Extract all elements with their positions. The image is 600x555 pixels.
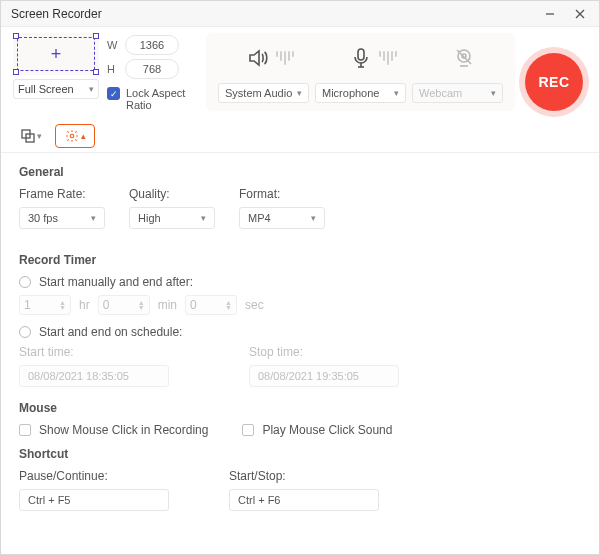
record-button[interactable]: REC bbox=[525, 53, 583, 111]
sec-unit: sec bbox=[245, 298, 264, 312]
lock-aspect-checkbox[interactable]: ✓ Lock Aspect Ratio bbox=[107, 87, 196, 111]
microphone-icon[interactable] bbox=[349, 46, 397, 70]
timer-schedule-label: Start and end on schedule: bbox=[39, 325, 182, 339]
window-controls bbox=[537, 4, 593, 24]
title-bar: Screen Recorder bbox=[1, 1, 599, 27]
section-general: General bbox=[19, 165, 583, 179]
capture-mode-select[interactable]: Full Screen ▾ bbox=[13, 79, 99, 99]
chevron-down-icon: ▾ bbox=[394, 88, 399, 98]
webcam-icon[interactable] bbox=[452, 46, 476, 70]
quality-label: Quality: bbox=[129, 187, 215, 201]
svg-point-11 bbox=[70, 134, 74, 138]
format-select[interactable]: MP4 ▾ bbox=[239, 207, 325, 229]
chevron-down-icon: ▾ bbox=[89, 84, 94, 94]
webcam-select[interactable]: Webcam ▾ bbox=[412, 83, 503, 103]
pause-shortcut-label: Pause/Continue: bbox=[19, 469, 169, 483]
system-audio-select[interactable]: System Audio ▾ bbox=[218, 83, 309, 103]
settings-panel: General Frame Rate: 30 fps ▾ Quality: Hi… bbox=[1, 153, 599, 554]
start-time-label: Start time: bbox=[19, 345, 169, 359]
webcam-value: Webcam bbox=[419, 87, 462, 99]
height-input[interactable]: 768 bbox=[125, 59, 179, 79]
duration-min-input[interactable]: 0▲▼ bbox=[98, 295, 150, 315]
timer-schedule-option[interactable]: Start and end on schedule: bbox=[19, 325, 583, 339]
lock-aspect-label: Lock Aspect Ratio bbox=[126, 87, 196, 111]
stop-time-label: Stop time: bbox=[249, 345, 399, 359]
system-audio-value: System Audio bbox=[225, 87, 292, 99]
width-label: W bbox=[107, 39, 119, 51]
stop-time-input[interactable]: 08/08/2021 19:35:05 bbox=[249, 365, 399, 387]
start-shortcut-input[interactable]: Ctrl + F6 bbox=[229, 489, 379, 511]
width-input[interactable]: 1366 bbox=[125, 35, 179, 55]
window-title: Screen Recorder bbox=[11, 7, 102, 21]
chevron-down-icon: ▾ bbox=[201, 213, 206, 223]
system-audio-icon[interactable] bbox=[246, 46, 294, 70]
chevron-down-icon: ▾ bbox=[491, 88, 496, 98]
section-mouse: Mouse bbox=[19, 401, 583, 415]
duration-sec-input[interactable]: 0▲▼ bbox=[185, 295, 237, 315]
hr-unit: hr bbox=[79, 298, 90, 312]
height-label: H bbox=[107, 63, 119, 75]
play-click-sound-checkbox[interactable]: Play Mouse Click Sound bbox=[242, 423, 392, 437]
quality-value: High bbox=[138, 212, 161, 224]
section-shortcut: Shortcut bbox=[19, 447, 583, 461]
microphone-select[interactable]: Microphone ▾ bbox=[315, 83, 406, 103]
show-mouse-click-checkbox[interactable]: Show Mouse Click in Recording bbox=[19, 423, 208, 437]
layout-button[interactable]: ▾ bbox=[15, 124, 47, 148]
timer-end-after-label: Start manually and end after: bbox=[39, 275, 193, 289]
play-click-sound-label: Play Mouse Click Sound bbox=[262, 423, 392, 437]
chevron-up-icon: ▴ bbox=[81, 131, 86, 141]
settings-button[interactable]: ▴ bbox=[55, 124, 95, 148]
close-button[interactable] bbox=[567, 4, 593, 24]
record-label: REC bbox=[538, 74, 569, 90]
section-timer: Record Timer bbox=[19, 253, 583, 267]
sources-panel: System Audio ▾ Microphone ▾ Webcam ▾ bbox=[206, 33, 515, 111]
radio-icon bbox=[19, 276, 31, 288]
frame-rate-label: Frame Rate: bbox=[19, 187, 105, 201]
checkbox-icon bbox=[242, 424, 254, 436]
frame-rate-value: 30 fps bbox=[28, 212, 58, 224]
format-label: Format: bbox=[239, 187, 325, 201]
toolbar: ▾ ▴ bbox=[1, 119, 599, 153]
dimensions-group: W 1366 H 768 ✓ Lock Aspect Ratio bbox=[107, 33, 196, 111]
quality-select[interactable]: High ▾ bbox=[129, 207, 215, 229]
svg-rect-3 bbox=[358, 49, 364, 60]
timer-end-after-option[interactable]: Start manually and end after: bbox=[19, 275, 583, 289]
duration-hr-input[interactable]: 1▲▼ bbox=[19, 295, 71, 315]
radio-icon bbox=[19, 326, 31, 338]
min-unit: min bbox=[158, 298, 177, 312]
capture-mode-value: Full Screen bbox=[18, 83, 74, 95]
pause-shortcut-input[interactable]: Ctrl + F5 bbox=[19, 489, 169, 511]
show-mouse-click-label: Show Mouse Click in Recording bbox=[39, 423, 208, 437]
chevron-down-icon: ▾ bbox=[311, 213, 316, 223]
microphone-value: Microphone bbox=[322, 87, 379, 99]
minimize-button[interactable] bbox=[537, 4, 563, 24]
check-icon: ✓ bbox=[107, 87, 120, 100]
duration-group: 1▲▼ hr 0▲▼ min 0▲▼ sec bbox=[19, 295, 583, 315]
start-time-input[interactable]: 08/08/2021 18:35:05 bbox=[19, 365, 169, 387]
checkbox-icon bbox=[19, 424, 31, 436]
screen-area-group: + Full Screen ▾ bbox=[13, 33, 99, 99]
format-value: MP4 bbox=[248, 212, 271, 224]
start-shortcut-label: Start/Stop: bbox=[229, 469, 379, 483]
capture-strip: + Full Screen ▾ W 1366 H 768 ✓ Lock Aspe… bbox=[1, 27, 599, 121]
chevron-down-icon: ▾ bbox=[297, 88, 302, 98]
capture-region-button[interactable]: + bbox=[13, 33, 99, 75]
chevron-down-icon: ▾ bbox=[91, 213, 96, 223]
chevron-down-icon: ▾ bbox=[37, 131, 42, 141]
frame-rate-select[interactable]: 30 fps ▾ bbox=[19, 207, 105, 229]
